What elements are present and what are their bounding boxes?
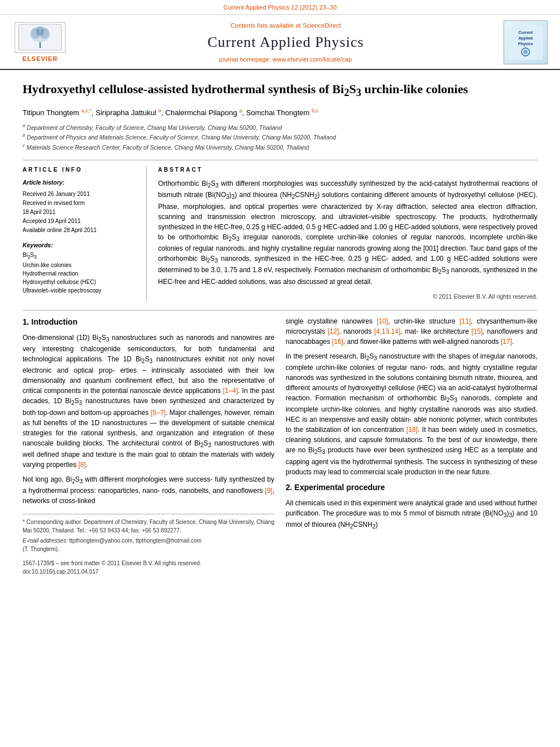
body-left-column: 1. Introduction One-dimensional (1D) Bi2… — [23, 316, 274, 576]
body-right-column: single crystalline nanowires [10], urchi… — [286, 316, 537, 576]
main-content: Hydroxyethyl cellulose-assisted hydrothe… — [0, 81, 560, 576]
keywords-label: Keywords: — [23, 241, 141, 250]
intro-para-1: One-dimensional (1D) Bi2S3 nanostructure… — [23, 333, 274, 470]
journal-homepage: journal homepage: www.elsevier.com/locat… — [77, 55, 495, 64]
journal-header: ELSEVIER Contents lists available at Sci… — [0, 15, 560, 70]
author-name-note: (T. Thongtem). — [23, 545, 274, 553]
keyword-1: Bi2S3 — [23, 251, 141, 261]
available-online: Available online 28 April 2011 — [23, 226, 141, 234]
received-date: Received 26 January 2011 — [23, 190, 141, 198]
article-history-label: Article history: — [23, 178, 141, 187]
journal-title: Current Applied Physics — [77, 32, 495, 53]
right-para-2: In the present research, Bi2S3 nanostruc… — [286, 351, 537, 477]
elsevier-wordmark: ELSEVIER — [23, 55, 58, 63]
elsevier-logo-area: ELSEVIER — [9, 22, 71, 63]
intro-para-2: Not long ago, Bi2S3 with different morph… — [23, 474, 274, 506]
article-info-abstract: ARTICLE INFO Article history: Received 2… — [23, 160, 537, 301]
corresponding-author-note: * Corresponding author. Department of Ch… — [23, 518, 274, 535]
authors-line: Titipun Thongtem a,c,*, Siriprapha Jattu… — [23, 107, 537, 119]
svg-point-5 — [36, 26, 44, 36]
keyword-4: Hydroxyethyl cellulose (HEC) — [23, 278, 141, 286]
keyword-5: Ultraviolet–visible spectroscopy — [23, 287, 141, 295]
journal-title-area: Contents lists available at ScienceDirec… — [77, 21, 495, 64]
svg-text:Physics: Physics — [518, 42, 533, 46]
revised-date: 18 April 2011 — [23, 208, 141, 216]
footnote: * Corresponding author. Department of Ch… — [23, 514, 274, 553]
body-two-col: 1. Introduction One-dimensional (1D) Bi2… — [23, 316, 537, 576]
keyword-2: Urchin-like colonies — [23, 261, 141, 269]
elsevier-logo — [15, 22, 65, 53]
email-note: E-mail addresses: ttpthongtem@yahoo.com,… — [23, 536, 274, 545]
abstract-heading: ABSTRACT — [158, 166, 537, 174]
introduction-title: 1. Introduction — [23, 316, 274, 328]
accepted-date: Accepted 19 April 2011 — [23, 217, 141, 225]
journal-badge-area: Current Applied Physics — [500, 20, 551, 64]
sciencedirect-label: Contents lists available at ScienceDirec… — [77, 21, 495, 30]
experimental-title: 2. Experimental procedure — [286, 482, 537, 493]
copyright: © 2011 Elsevier B.V. All rights reserved… — [158, 292, 537, 301]
abstract-text: Orthorhombic Bi2S3 with different morpho… — [158, 178, 537, 287]
abstract-column: ABSTRACT Orthorhombic Bi2S3 with differe… — [158, 166, 537, 301]
svg-point-11 — [523, 50, 528, 54]
article-title: Hydroxyethyl cellulose-assisted hydrothe… — [23, 81, 537, 100]
right-para-1: single crystalline nanowires [10], urchi… — [286, 316, 537, 347]
body-section: 1. Introduction One-dimensional (1D) Bi2… — [23, 310, 537, 576]
keyword-3: Hydrothermal reaction — [23, 270, 141, 278]
article-info-column: ARTICLE INFO Article history: Received 2… — [23, 166, 147, 301]
svg-text:Current: Current — [518, 30, 533, 34]
journal-citation: Current Applied Physics 12 (2012) 23–30 — [0, 0, 560, 15]
experimental-para-1: All chemicals used in this experiment we… — [286, 498, 537, 531]
affiliations: a Department of Chemistry, Faculty of Sc… — [23, 123, 537, 152]
issn-doi: 1567-1739/$ – see front matter © 2011 El… — [23, 559, 274, 576]
article-info-heading: ARTICLE INFO — [23, 166, 141, 174]
received-revised-label: Received in revised form — [23, 199, 141, 207]
journal-badge: Current Applied Physics — [504, 20, 548, 64]
svg-text:Applied: Applied — [518, 36, 533, 41]
